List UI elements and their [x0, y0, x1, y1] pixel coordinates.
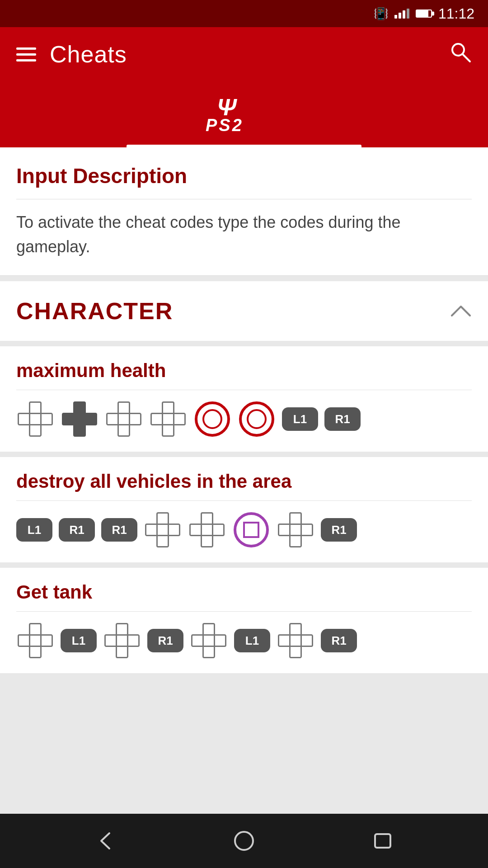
cheat-item-destroy-vehicles: destroy all vehicles in the area L1 R1 R…	[0, 457, 488, 562]
cheat-item-get-tank: Get tank L1 R1	[0, 568, 488, 673]
nav-bar	[0, 814, 488, 868]
r1-button-2: R1	[59, 518, 95, 542]
home-button[interactable]	[226, 823, 262, 859]
cheat-divider-2	[16, 500, 472, 501]
r1-button-5: R1	[147, 629, 183, 652]
status-icons: 📳 11:12	[374, 5, 474, 22]
dpad-icon-2	[61, 400, 99, 438]
content-area: Input Description To activate the cheat …	[0, 147, 488, 814]
status-bar: 📳 11:12	[0, 0, 488, 27]
dpad-icon-3	[105, 400, 143, 438]
ps2-logo-svg: Ψ PS2	[199, 90, 289, 136]
svg-point-4	[235, 832, 253, 850]
search-icon[interactable]	[449, 41, 472, 68]
dpad-icon-7	[277, 511, 314, 549]
dpad-icon-6	[188, 511, 226, 549]
character-section-header[interactable]: CHARACTER	[0, 281, 488, 341]
l1-button-2: L1	[16, 518, 52, 542]
signal-icon	[394, 9, 409, 19]
cheat-name-destroy-vehicles: destroy all vehicles in the area	[16, 471, 472, 492]
vibrate-icon: 📳	[374, 7, 388, 21]
cheat-buttons-destroy-vehicles: L1 R1 R1	[16, 511, 472, 549]
dpad-icon-4	[149, 400, 187, 438]
cheat-name-maximum-health: maximum health	[16, 360, 472, 382]
ps2-logo: Ψ PS2	[199, 90, 289, 140]
divider	[16, 199, 472, 199]
character-label: CHARACTER	[16, 297, 173, 325]
logo-area: Ψ PS2	[0, 81, 488, 147]
svg-rect-5	[375, 834, 390, 848]
r1-button-3: R1	[101, 518, 137, 542]
l1-button-1: L1	[282, 407, 318, 431]
cheat-buttons-maximum-health: L1 R1	[16, 400, 472, 438]
svg-text:PS2: PS2	[206, 116, 244, 135]
dpad-icon-9	[103, 622, 141, 660]
input-description-card: Input Description To activate the cheat …	[0, 147, 488, 276]
square-icon-1	[232, 511, 270, 549]
cheat-name-get-tank: Get tank	[16, 581, 472, 603]
circle-icon-1	[193, 400, 231, 438]
r1-button-6: R1	[321, 629, 357, 652]
battery-icon	[416, 9, 432, 18]
app-bar: Cheats	[0, 27, 488, 81]
cheat-item-maximum-health: maximum health	[0, 346, 488, 452]
r1-button-4: R1	[321, 518, 357, 542]
input-description-title: Input Description	[16, 164, 472, 188]
input-description-body: To activate the cheat codes type the cod…	[16, 210, 472, 259]
dpad-icon-1	[16, 400, 54, 438]
chevron-up-icon	[450, 301, 472, 321]
status-time: 11:12	[438, 5, 474, 22]
l1-button-4: L1	[234, 629, 270, 652]
dpad-icon-5	[144, 511, 182, 549]
svg-line-1	[463, 54, 470, 61]
menu-icon[interactable]	[16, 47, 36, 61]
app-title: Cheats	[50, 41, 436, 68]
dpad-icon-10	[190, 622, 228, 660]
dpad-icon-11	[277, 622, 314, 660]
recents-button[interactable]	[365, 823, 401, 859]
circle-icon-2	[238, 400, 276, 438]
cheat-divider	[16, 390, 472, 390]
l1-button-3: L1	[61, 629, 97, 652]
r1-button-1: R1	[324, 407, 361, 431]
cheat-buttons-get-tank: L1 R1 L1	[16, 622, 472, 660]
back-button[interactable]	[87, 823, 123, 859]
cheat-divider-3	[16, 611, 472, 612]
dpad-icon-8	[16, 622, 54, 660]
